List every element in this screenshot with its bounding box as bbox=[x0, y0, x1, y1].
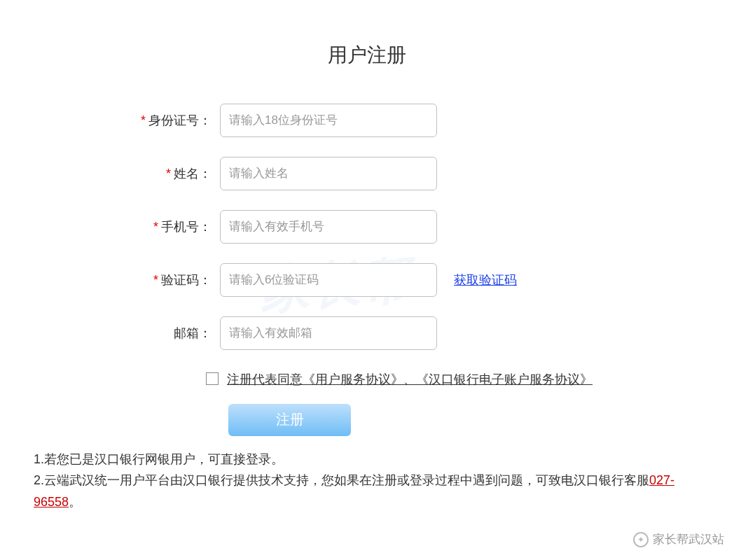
footer-notes: 1.若您已是汉口银行网银用户，可直接登录。 2.云端武汉统一用户平台由汉口银行提… bbox=[24, 449, 710, 513]
id-number-label: *身份证号： bbox=[101, 112, 220, 129]
form-row-name: *姓名： bbox=[101, 157, 633, 190]
agreement-text[interactable]: 注册代表同意《用户服务协议》、《汉口银行电子账户服务协议》 bbox=[227, 370, 593, 390]
form-row-captcha: *验证码： 获取验证码 bbox=[101, 263, 633, 297]
source-watermark: ✦ 家长帮武汉站 bbox=[633, 531, 724, 547]
registration-form: *身份证号： *姓名： *手机号： *验证码： 获取验证码 bbox=[101, 104, 633, 436]
get-code-link[interactable]: 获取验证码 bbox=[454, 273, 517, 287]
source-label: 家长帮武汉站 bbox=[653, 531, 724, 547]
captcha-label: *验证码： bbox=[101, 272, 220, 288]
form-row-phone: *手机号： bbox=[101, 210, 633, 244]
email-input[interactable] bbox=[220, 316, 437, 350]
name-label: *姓名： bbox=[101, 165, 220, 182]
page-title: 用户注册 bbox=[0, 0, 734, 104]
agreement-checkbox[interactable] bbox=[206, 372, 219, 385]
phone-input[interactable] bbox=[220, 210, 437, 244]
name-input[interactable] bbox=[220, 157, 437, 190]
note-line-1: 1.若您已是汉口银行网银用户，可直接登录。 bbox=[34, 449, 700, 470]
email-label: 邮箱： bbox=[101, 325, 220, 342]
wechat-icon: ✦ bbox=[633, 532, 649, 547]
form-row-email: 邮箱： bbox=[101, 316, 633, 350]
captcha-input[interactable] bbox=[220, 263, 437, 297]
form-row-id: *身份证号： bbox=[101, 104, 633, 137]
phone-label: *手机号： bbox=[101, 218, 220, 235]
agreement-row: 注册代表同意《用户服务协议》、《汉口银行电子账户服务协议》 bbox=[206, 370, 633, 390]
id-number-input[interactable] bbox=[220, 104, 437, 137]
note-line-2: 2.云端武汉统一用户平台由汉口银行提供技术支持，您如果在注册或登录过程中遇到问题… bbox=[34, 470, 700, 512]
submit-button[interactable]: 注册 bbox=[228, 404, 351, 436]
